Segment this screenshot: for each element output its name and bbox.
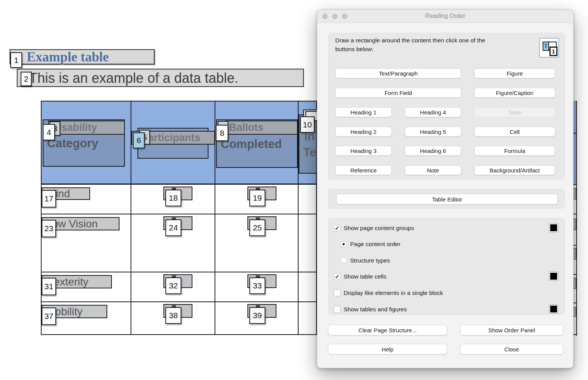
order-tag-24[interactable]: 24 (165, 219, 181, 236)
sliver-cell (573, 188, 576, 200)
tag-buttons-group: Draw a rectangle around the content then… (328, 33, 565, 180)
dialog-title: Reading Order (317, 13, 573, 19)
page-content-order-label: Page content order (350, 241, 401, 248)
heading-6-button[interactable]: Heading 6 (405, 146, 461, 156)
show-page-content-groups-label: Show page content groups (344, 225, 414, 232)
order-tag-25[interactable]: 25 (249, 219, 265, 236)
heading-1-button[interactable]: Heading 1 (335, 107, 392, 117)
heading-2-button[interactable]: Heading 2 (335, 127, 392, 137)
tool-icon-letter: T (543, 42, 549, 51)
order-tag-1[interactable]: 1 (10, 52, 22, 68)
sliver-line (573, 133, 576, 134)
order-tag-2[interactable]: 2 (21, 72, 32, 86)
table-row-border (42, 214, 316, 214)
formula-button[interactable]: Formula (474, 146, 555, 156)
swatch-color (550, 306, 557, 312)
order-tag-18[interactable]: 18 (165, 190, 181, 206)
show-table-cells-label: Show table cells (344, 273, 386, 280)
order-tag-10[interactable]: 10 (300, 116, 315, 133)
order-tag-31[interactable]: 31 (42, 278, 56, 295)
show-tables-figures-label: Show tables and figures (344, 306, 407, 313)
sliver-cell (573, 248, 576, 259)
page-content-order-radio[interactable] (340, 241, 347, 248)
cell-button[interactable]: Cell (474, 127, 555, 137)
show-page-content-groups-checkbox[interactable]: ✓ (334, 225, 341, 232)
order-tag-8[interactable]: 8 (216, 125, 228, 141)
header-text-ballots: Ballots (225, 121, 298, 135)
heading-4-button[interactable]: Heading 4 (405, 107, 461, 117)
dialog-titlebar[interactable]: Reading Order (317, 10, 573, 23)
order-tag-6-selected[interactable]: 6 (133, 132, 145, 148)
figure-caption-button[interactable]: Figure/Caption (474, 88, 555, 98)
form-field-button[interactable]: Form Field (335, 88, 461, 98)
show-table-cells-checkbox[interactable]: ✓ (334, 273, 341, 280)
help-button[interactable]: Help (328, 344, 447, 354)
table-row-border (42, 272, 316, 272)
order-tag-37[interactable]: 37 (42, 308, 56, 325)
sliver-line (573, 303, 576, 303)
heading-3-button[interactable]: Heading 3 (335, 146, 392, 156)
swatch-color (550, 224, 557, 231)
table-cells-color-swatch[interactable] (549, 272, 558, 281)
check-icon: ✓ (335, 273, 340, 280)
show-order-panel-button[interactable]: Show Order Panel (460, 325, 563, 335)
order-tag-4[interactable]: 4 (43, 124, 55, 140)
reference-button[interactable]: Reference (335, 165, 392, 175)
instruction-line-1: Draw a rectangle around the content then… (335, 37, 485, 44)
screen: Example table 1 This is an example of a … (0, 0, 588, 380)
display-like-elements-label: Display like elements in a single block (344, 290, 443, 296)
table-editor-group: Table Editor (328, 189, 565, 209)
content-groups-color-swatch[interactable] (549, 223, 558, 232)
order-tag-17[interactable]: 17 (42, 190, 56, 208)
tool-icon-number: 1 (549, 47, 557, 56)
order-tag-19[interactable]: 19 (249, 190, 265, 206)
clear-page-structure-button[interactable]: Clear Page Structure... (328, 325, 447, 335)
table-row-border (42, 301, 316, 302)
order-tag-39[interactable]: 39 (249, 307, 265, 324)
sliver-cell (573, 219, 576, 230)
order-tag-38[interactable]: 38 (165, 307, 181, 324)
sliver-line (573, 334, 576, 335)
sliver-line (573, 184, 576, 185)
figure-button[interactable]: Figure (474, 68, 555, 78)
display-options-group: ✓ Show page content groups Page content … (328, 218, 565, 315)
sliver-line (573, 214, 576, 214)
close-button[interactable]: Close (460, 344, 563, 354)
show-tables-figures-checkbox[interactable] (334, 306, 341, 313)
document-heading: Example table (27, 50, 109, 65)
display-like-elements-checkbox[interactable] (334, 290, 341, 296)
heading-5-button[interactable]: Heading 5 (405, 127, 461, 137)
sliver-cell (573, 307, 576, 317)
order-tag-33[interactable]: 33 (249, 277, 265, 294)
note-button[interactable]: Note (405, 165, 461, 175)
header-text-terminated: Te (303, 146, 316, 159)
sliver-line (573, 245, 576, 246)
table-button: Table (474, 107, 555, 117)
text-paragraph-button[interactable]: Text/Paragraph (335, 68, 461, 78)
check-icon: ✓ (335, 225, 340, 232)
table-editor-button[interactable]: Table Editor (336, 194, 558, 204)
document-paragraph: This is an example of a data table. (29, 70, 238, 86)
structure-types-label: Structure types (350, 257, 390, 264)
sliver-line (573, 274, 576, 275)
tables-figures-color-swatch[interactable] (549, 304, 558, 314)
header-text-completed: Completed (221, 137, 282, 151)
swatch-color (550, 273, 557, 280)
sliver-cell (573, 278, 576, 289)
background-artifact-button[interactable]: Background/Artifact (474, 165, 555, 175)
sliver-header (573, 101, 576, 185)
order-tag-32[interactable]: 32 (165, 277, 181, 294)
structure-types-radio[interactable] (340, 257, 347, 264)
instruction-line-2: buttons below: (335, 46, 373, 53)
order-tag-23[interactable]: 23 (42, 220, 56, 237)
reading-order-dialog: Reading Order Draw a rectangle around th… (317, 10, 573, 368)
reading-order-tool-icon[interactable]: T 1 (539, 38, 559, 58)
